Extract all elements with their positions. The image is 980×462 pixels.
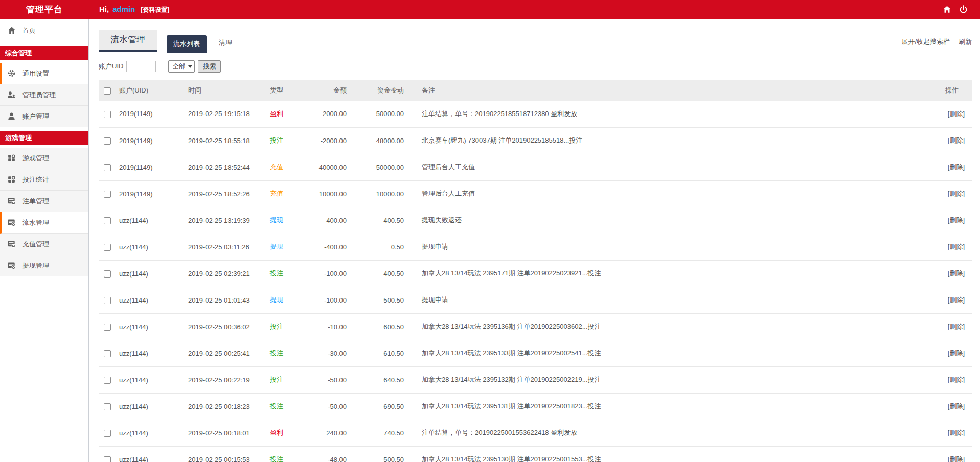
cell-type: 盈利 <box>270 429 283 436</box>
delete-link[interactable]: [删除] <box>948 455 965 462</box>
row-checkbox[interactable] <box>104 403 111 410</box>
row-checkbox[interactable] <box>104 111 111 118</box>
delete-link[interactable]: [删除] <box>948 376 965 383</box>
cell-account: 2019(1149) <box>119 180 188 207</box>
delete-link[interactable]: [删除] <box>948 402 965 410</box>
cell-balance: 640.50 <box>347 366 404 393</box>
cell-type: 提现 <box>270 216 283 224</box>
refresh-link[interactable]: 刷新 <box>959 37 972 47</box>
cell-account: uzz(1144) <box>119 393 188 420</box>
col-type: 类型 <box>270 80 301 101</box>
cell-account: uzz(1144) <box>119 446 188 462</box>
cell-time: 2019-02-25 00:25:41 <box>188 340 270 366</box>
cell-amount: -2000.00 <box>301 127 347 154</box>
cell-balance: 48000.00 <box>347 127 404 154</box>
sidebar-item-game-management[interactable]: 游戏管理 <box>0 148 88 169</box>
cell-time: 2019-02-25 00:22:19 <box>188 366 270 393</box>
search-button[interactable]: 搜索 <box>198 60 221 73</box>
uid-input[interactable] <box>126 61 156 72</box>
table-row: uzz(1144)2019-02-25 00:18:01盈利240.00740.… <box>99 420 972 446</box>
col-balance: 资金变动 <box>347 80 404 101</box>
delete-link[interactable]: [删除] <box>948 296 965 304</box>
select-all-checkbox[interactable] <box>104 87 111 95</box>
delete-link[interactable]: [删除] <box>948 110 965 118</box>
tab-clean[interactable]: 清理 <box>214 34 237 52</box>
uid-label: 账户UID <box>99 62 123 71</box>
row-checkbox[interactable] <box>104 297 111 304</box>
cell-amount: -50.00 <box>301 393 347 420</box>
sidebar-item-label: 账户管理 <box>22 112 49 121</box>
cell-amount: -30.00 <box>301 340 347 366</box>
sidebar-item-account-management[interactable]: 账户管理 <box>0 106 88 127</box>
table-row: uzz(1144)2019-02-25 00:25:41投注-30.00610.… <box>99 340 972 366</box>
table-row: 2019(1149)2019-02-25 18:55:18投注-2000.004… <box>99 127 972 154</box>
tab-flow-list[interactable]: 流水列表 <box>167 35 207 53</box>
row-checkbox[interactable] <box>104 430 111 437</box>
username: admin <box>112 5 135 13</box>
sidebar-item-withdraw-management[interactable]: 提现管理 <box>0 255 88 276</box>
delete-link[interactable]: [删除] <box>948 269 965 277</box>
cell-time: 2019-02-25 03:11:26 <box>188 234 270 260</box>
page-title: 流水管理 <box>99 30 157 52</box>
table-row: uzz(1144)2019-02-25 01:01:43提现-100.00500… <box>99 287 972 313</box>
sidebar-item-label: 投注统计 <box>22 175 49 184</box>
delete-link[interactable]: [删除] <box>948 349 965 357</box>
cell-amount: -48.00 <box>301 446 347 462</box>
cell-balance: 400.50 <box>347 207 404 234</box>
cell-balance: 50000.00 <box>347 101 404 127</box>
sidebar-item-flow-management[interactable]: 流水管理 <box>0 212 88 234</box>
delete-link[interactable]: [删除] <box>948 322 965 330</box>
profile-settings-link[interactable]: [资料设置] <box>141 6 169 14</box>
delete-link[interactable]: [删除] <box>948 190 965 197</box>
cell-remark: 加拿大28 13/14玩法 2395136期 注单20190225003602.… <box>404 313 916 340</box>
sidebar-item-recharge-management[interactable]: 充值管理 <box>0 234 88 255</box>
row-checkbox[interactable] <box>104 191 111 198</box>
sidebar-item-admin-management[interactable]: 管理员管理 <box>0 84 88 106</box>
app-title: 管理平台 <box>0 4 89 15</box>
cell-amount: 40000.00 <box>301 154 347 180</box>
cell-balance: 400.50 <box>347 260 404 287</box>
row-checkbox[interactable] <box>104 324 111 331</box>
doc-icon <box>7 218 16 227</box>
cell-remark: 加拿大28 13/14玩法 2395132期 注单20190225002219.… <box>404 366 916 393</box>
cell-amount: -100.00 <box>301 260 347 287</box>
delete-link[interactable]: [删除] <box>948 243 965 250</box>
type-select[interactable]: 全部 <box>168 60 195 73</box>
cell-balance: 610.50 <box>347 340 404 366</box>
row-checkbox[interactable] <box>104 244 111 251</box>
home-icon[interactable] <box>943 5 951 14</box>
sidebar-item-general-settings[interactable]: 通用设置 <box>0 63 88 84</box>
table-row: uzz(1144)2019-02-25 00:15:53投注-48.00500.… <box>99 446 972 462</box>
cell-time: 2019-02-25 13:19:39 <box>188 207 270 234</box>
row-checkbox[interactable] <box>104 137 111 145</box>
cell-account: uzz(1144) <box>119 313 188 340</box>
layout: 首页综合管理通用设置管理员管理账户管理游戏管理游戏管理投注统计注单管理流水管理充… <box>0 19 980 462</box>
cell-type: 提现 <box>270 296 283 304</box>
cell-balance: 10000.00 <box>347 180 404 207</box>
toggle-search-link[interactable]: 展开/收起搜索栏 <box>901 37 950 47</box>
row-checkbox[interactable] <box>104 164 111 171</box>
main-content: 流水管理 流水列表 清理 展开/收起搜索栏 刷新 账户UID 全部 搜索 <box>89 19 980 462</box>
delete-link[interactable]: [删除] <box>948 136 965 144</box>
delete-link[interactable]: [删除] <box>948 216 965 224</box>
cell-account: uzz(1144) <box>119 340 188 366</box>
delete-link[interactable]: [删除] <box>948 163 965 171</box>
cell-remark: 加拿大28 13/14玩法 2395171期 注单20190225023921.… <box>404 260 916 287</box>
cell-amount: -50.00 <box>301 366 347 393</box>
flow-table: 账户(UID) 时间 类型 金额 资金变动 备注 操作 2019(1149)20… <box>99 80 972 462</box>
cell-time: 2019-02-25 01:01:43 <box>188 287 270 313</box>
cell-account: uzz(1144) <box>119 287 188 313</box>
cell-remark: 提现申请 <box>404 234 916 260</box>
row-checkbox[interactable] <box>104 217 111 224</box>
sidebar-item-bet-statistics[interactable]: 投注统计 <box>0 169 88 191</box>
row-checkbox[interactable] <box>104 270 111 278</box>
table-row: 2019(1149)2019-02-25 19:15:18盈利2000.0050… <box>99 101 972 127</box>
sidebar-item-home[interactable]: 首页 <box>0 19 88 42</box>
greeting-prefix: Hi, <box>99 5 109 13</box>
power-icon[interactable] <box>959 5 968 14</box>
row-checkbox[interactable] <box>104 377 111 384</box>
row-checkbox[interactable] <box>104 350 111 357</box>
row-checkbox[interactable] <box>104 456 111 462</box>
sidebar-item-order-management[interactable]: 注单管理 <box>0 191 88 212</box>
delete-link[interactable]: [删除] <box>948 429 965 436</box>
